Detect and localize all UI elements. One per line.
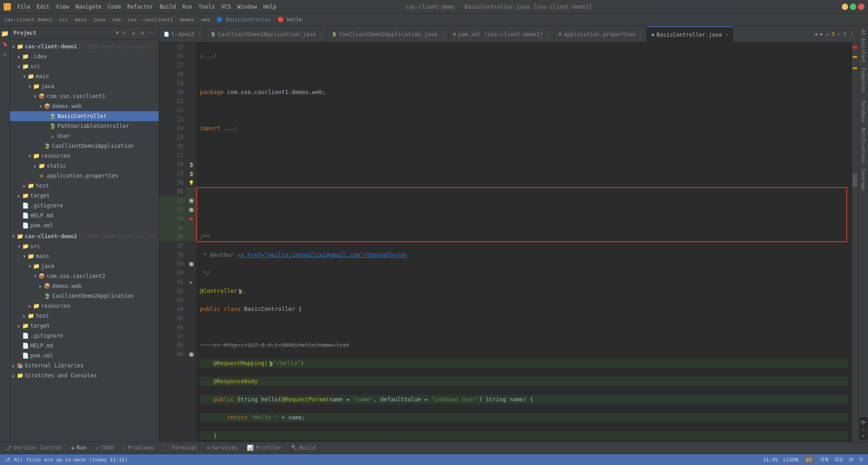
tree-item-resources1[interactable]: ▼ 📁 resources (10, 151, 159, 161)
menu-bar[interactable]: File Edit View Navigate Code Refactor Bu… (14, 3, 279, 11)
tree-item-help2[interactable]: 📄 HELP.md (10, 341, 159, 351)
tree-item-main1[interactable]: ▼ 📁 main (10, 71, 159, 81)
tree-item-src2[interactable]: ▼ 📁 src (10, 241, 159, 251)
close-sidebar-icon[interactable]: − (148, 29, 155, 37)
tree-item-resources2[interactable]: ▶ 📁 resources (10, 301, 159, 311)
tree-item-cas-demo2[interactable]: ▼ 📁 cas-client-demo2 E:\IDEA\IdeaProject… (10, 231, 159, 241)
tree-item-pathvariable[interactable]: 🍃 PathVariableController (10, 121, 159, 131)
bottom-tabs[interactable]: ⎇ Version Control ▶ Run ☑ TODO ⚠ Problem… (0, 442, 868, 454)
close-tab-icon[interactable]: ✕ (198, 32, 201, 37)
tree-item-pom1[interactable]: 📄 pom.xml (10, 221, 159, 230)
tree-item-com2[interactable]: ▼ 📦 com.sso.casclient2 (10, 271, 159, 281)
tree-item-demosweb2[interactable]: ▶ 📦 demos.web (10, 281, 159, 291)
breadcrumb-item[interactable]: cas-client-demo1 (5, 17, 52, 23)
tab-pom-xml[interactable]: m pom.xml (cas-client-demo1) ✕ (448, 26, 554, 42)
menu-refactor[interactable]: Refactor (124, 3, 156, 11)
scroll-thumb[interactable] (853, 174, 857, 187)
ime-indicator[interactable]: 中 ↺ ⊕ (859, 417, 868, 440)
structure-icon[interactable]: ≡ (0, 50, 9, 59)
tree-item-scratches[interactable]: ▶ 📁 Scratches and Consoles (10, 371, 159, 380)
project-tool-icon[interactable]: 📁 (0, 29, 9, 38)
breadcrumb-item[interactable]: demos (179, 17, 194, 23)
breadcrumb-item[interactable]: 🔵 BasicController (217, 17, 271, 23)
ai-assistant-panel[interactable]: AI Assistant (861, 28, 866, 64)
maximize-button[interactable] (850, 4, 856, 10)
tree-item-gitignore1[interactable]: 📄 .gitignore (10, 201, 159, 211)
close-tab-icon[interactable]: ✕ (547, 32, 549, 37)
tree-item-demosweb1[interactable]: ▼ 📦 demos.web (10, 101, 159, 111)
menu-edit[interactable]: Edit (34, 3, 52, 11)
tab-casclientdemo2app[interactable]: 🍃 CasClientDemo2Application.java ✕ (327, 26, 448, 42)
menu-help[interactable]: Help (260, 3, 279, 11)
menu-window[interactable]: Window (235, 3, 259, 11)
coverage-panel[interactable]: Coverage (861, 164, 866, 195)
breadcrumb-item[interactable]: sso (127, 17, 137, 23)
close-tab-icon[interactable]: ✕ (319, 32, 322, 37)
tree-item-src1[interactable]: ▼ 📁 src (10, 61, 159, 71)
tree-item-cas-demo1[interactable]: ▼ 📁 cas-client-demo1 E:\IDEA\IdeaProject… (10, 42, 159, 52)
endpoints-panel[interactable]: Endpoints (861, 64, 866, 96)
tree-item-basiccontroller[interactable]: 🍃 BasicController (10, 111, 159, 121)
tab-menu-icon[interactable]: ⋮ (849, 31, 854, 38)
breadcrumb-item[interactable]: java (93, 17, 105, 23)
tab-basiccontroller[interactable]: ● BasicController.java ✕ (647, 26, 733, 42)
tree-item-target2[interactable]: ▶ 📁 target (10, 321, 159, 331)
tree-item-java1[interactable]: ▼ 📁 java (10, 81, 159, 91)
breadcrumb-item[interactable]: src (59, 17, 68, 23)
tab-casclientdemo1app[interactable]: 🍃 CasClientDemo1Application.java ✕ (206, 26, 327, 42)
tab-scroll-right[interactable]: ▶ (820, 31, 823, 37)
tree-item-gitignore2[interactable]: 📄 .gitignore (10, 331, 159, 341)
tree-item-target1[interactable]: ▶ 📁 target (10, 191, 159, 201)
close-button[interactable] (858, 4, 864, 10)
tree-item-extlibs[interactable]: ▶ 📚 External Libraries (10, 361, 159, 371)
bottom-tab-build[interactable]: 🔨 Build (287, 443, 319, 453)
breadcrumb-item[interactable]: web (201, 17, 210, 23)
code-content[interactable]: /.../ package com.sso.casclient1.demos.w… (196, 42, 852, 442)
locate-icon[interactable]: ⊙ (121, 29, 128, 37)
minimize-button[interactable] (842, 4, 848, 10)
tree-item-test2[interactable]: ▶ 📁 test (10, 311, 159, 321)
notifications-panel[interactable]: Notifications (861, 127, 866, 164)
tree-item-main2[interactable]: ▼ 📁 main (10, 251, 159, 261)
tree-item-casclientdemo2app[interactable]: 🍃 CasClientDemo2Application (10, 291, 159, 301)
menu-file[interactable]: File (14, 3, 33, 11)
menu-run[interactable]: Run (179, 3, 195, 11)
tree-item-test1[interactable]: ▶ 📁 test (10, 181, 159, 191)
database-panel[interactable]: Database (861, 96, 866, 127)
breadcrumb-item[interactable]: casclient1 (143, 17, 173, 23)
sidebar-actions[interactable]: ⊙ ≡ ⚙ − (121, 29, 155, 37)
tree-item-casclientdemo1app[interactable]: 🍃 CasClientDemo1Application (10, 141, 159, 151)
bottom-tab-run[interactable]: ▶ Run (68, 443, 90, 453)
menu-code[interactable]: Code (105, 3, 124, 11)
collapse-all-icon[interactable]: ≡ (130, 29, 137, 37)
bottom-tab-terminal[interactable]: ⬛ Terminal (159, 443, 201, 453)
menu-build[interactable]: Build (157, 3, 179, 11)
tab-scroll-left[interactable]: ◀ (814, 31, 817, 37)
settings-icon[interactable]: ⚙ (139, 29, 146, 37)
tab-t-demo2[interactable]: 📄 t-demo2 ✕ (159, 26, 206, 42)
menu-vcs[interactable]: VCS (218, 3, 234, 11)
tree-item-appprops1[interactable]: ⚙ application.properties (10, 171, 159, 181)
breadcrumb-item[interactable]: com (112, 17, 121, 23)
breadcrumb-item[interactable]: main (75, 17, 87, 23)
menu-navigate[interactable]: Navigate (73, 3, 104, 11)
tree-item-com1[interactable]: ▼ 📦 com.sso.casclient1 (10, 91, 159, 101)
tree-item-idea[interactable]: ▶ 📁 .idea (10, 52, 159, 61)
bottom-tab-services[interactable]: ⚙ Services (203, 443, 241, 453)
close-tab-icon[interactable]: ✕ (726, 32, 728, 37)
window-controls[interactable] (842, 4, 864, 10)
close-tab-icon[interactable]: ✕ (441, 32, 443, 37)
tree-item-user1[interactable]: ☕ User (10, 131, 159, 141)
tree-item-java2[interactable]: ▼ 📁 java (10, 261, 159, 271)
tree-item-static1[interactable]: ▶ 📁 static (10, 161, 159, 171)
bottom-tab-problems[interactable]: ⚠ Problems (119, 443, 157, 453)
close-tab-icon[interactable]: ✕ (639, 32, 642, 37)
bottom-tab-todo[interactable]: ☑ TODO (92, 443, 117, 453)
tree-item-pom2[interactable]: 📄 pom.xml (10, 351, 159, 361)
bookmark-icon[interactable]: 🔖 (0, 39, 9, 48)
bottom-tab-version-control[interactable]: ⎇ Version Control (2, 443, 66, 453)
bottom-tab-profiler[interactable]: 📊 Profiler (243, 443, 285, 453)
menu-view[interactable]: View (53, 3, 72, 11)
tab-app-props[interactable]: ⚙ application.properties ✕ (554, 26, 647, 42)
tree-item-help1[interactable]: 📄 HELP.md (10, 211, 159, 221)
